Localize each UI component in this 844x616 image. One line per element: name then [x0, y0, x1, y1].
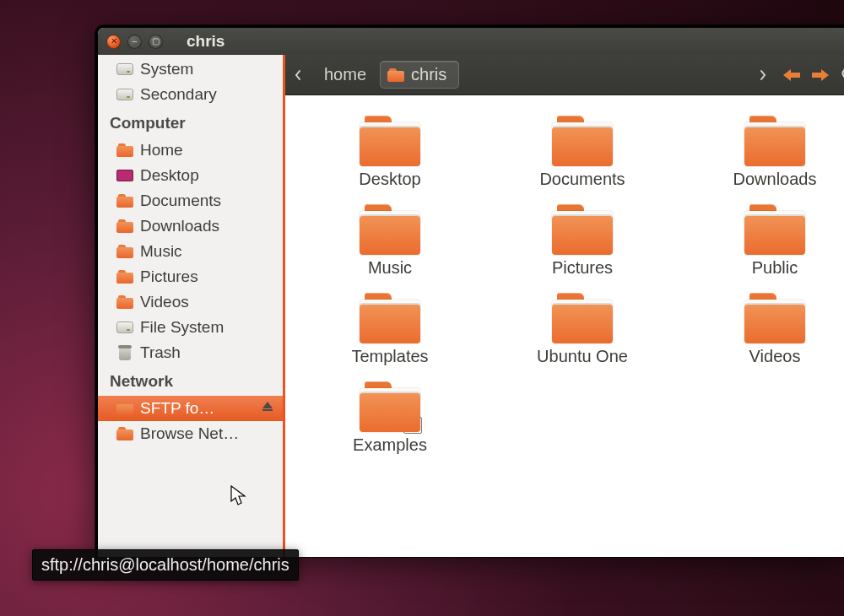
folder-item[interactable]: Videos	[699, 293, 844, 366]
tooltip-text: sftp://chris@localhost/home/chris	[41, 555, 289, 574]
folder-icon	[360, 116, 420, 166]
folder-item[interactable]: Music	[314, 204, 466, 278]
folder-icon	[744, 116, 805, 166]
sidebar-item-label: Home	[140, 141, 183, 159]
minimize-button[interactable]: –	[127, 35, 142, 49]
folder-icon	[744, 204, 805, 255]
breadcrumb-label: chris	[411, 65, 446, 84]
sidebar-item-trash[interactable]: Trash	[98, 340, 283, 365]
folder-icon	[116, 193, 133, 208]
sidebar-item-label: Pictures	[140, 267, 198, 286]
folder-item[interactable]: Documents	[506, 116, 658, 189]
breadcrumb-label: home	[324, 65, 366, 84]
folder-icon	[116, 269, 133, 284]
sidebar-item-music[interactable]: Music	[98, 239, 283, 264]
sidebar-item-filesystem[interactable]: File System	[98, 315, 283, 340]
drive-icon	[116, 87, 133, 102]
folder-label: Examples	[353, 435, 427, 455]
sidebar-item-label: Trash	[140, 343, 181, 362]
drive-icon	[116, 320, 133, 335]
file-grid[interactable]: Desktop Documents Downloads Music Pictur…	[285, 95, 844, 557]
remote-folder-icon	[116, 426, 133, 441]
folder-link-icon	[360, 381, 420, 432]
forward-button[interactable]	[808, 59, 833, 91]
toolbar: home chris S	[285, 55, 844, 95]
folder-icon	[360, 293, 420, 343]
breadcrumb-segment[interactable]: home	[314, 60, 376, 89]
folder-label: Videos	[749, 347, 801, 366]
sidebar-item-label: Browse Net…	[140, 424, 239, 443]
remote-folder-icon	[387, 68, 404, 83]
symlink-badge-icon	[403, 417, 422, 434]
close-button[interactable]: ✕	[106, 35, 121, 49]
file-manager-window: ✕ – ▢ chris System Secondary Computer Ho…	[95, 25, 844, 557]
titlebar: ✕ – ▢ chris	[98, 28, 844, 55]
sidebar-item-videos[interactable]: Videos	[98, 289, 283, 315]
folder-icon	[552, 204, 613, 255]
folder-item[interactable]: Templates	[314, 293, 466, 366]
drive-icon	[116, 62, 133, 77]
breadcrumb-segment-active[interactable]: chris	[380, 61, 459, 89]
folder-label: Public	[752, 258, 798, 278]
sidebar-item-label: Music	[140, 242, 182, 261]
folder-label: Downloads	[733, 170, 817, 189]
window-title: chris	[187, 32, 225, 51]
sidebar-item-label: System	[140, 60, 193, 78]
folder-icon	[360, 204, 420, 255]
folder-icon	[552, 116, 613, 166]
folder-icon	[116, 219, 133, 234]
sidebar-item-label: Documents	[140, 192, 221, 210]
sidebar-item-downloads[interactable]: Downloads	[98, 213, 283, 239]
home-folder-icon	[116, 143, 133, 158]
sidebar-item-label: Secondary	[140, 85, 217, 104]
folder-icon	[552, 293, 613, 343]
folder-item[interactable]: Ubuntu One	[506, 293, 658, 366]
sidebar: System Secondary Computer Home Desktop D…	[98, 55, 285, 557]
sidebar-item-browse-network[interactable]: Browse Net…	[98, 421, 283, 446]
tooltip: sftp://chris@localhost/home/chris	[32, 549, 299, 581]
sidebar-item-label: Desktop	[140, 166, 199, 185]
sidebar-item-documents[interactable]: Documents	[98, 188, 283, 213]
folder-item[interactable]: Downloads	[699, 116, 844, 189]
folder-item[interactable]: Desktop	[314, 116, 466, 189]
back-button[interactable]	[779, 59, 804, 91]
eject-icon[interactable]	[261, 399, 274, 418]
folder-label: Documents	[539, 170, 625, 189]
sidebar-item-label: File System	[140, 318, 224, 337]
folder-item[interactable]: Public	[699, 204, 844, 278]
sidebar-item-pictures[interactable]: Pictures	[98, 264, 283, 289]
folder-label: Templates	[351, 347, 428, 366]
sidebar-item-label: Downloads	[140, 217, 219, 235]
path-previous-button[interactable]	[285, 59, 311, 91]
folder-item-link[interactable]: Examples	[314, 381, 466, 455]
sidebar-item-label: SFTP fo…	[140, 399, 214, 418]
folder-label: Desktop	[359, 170, 420, 189]
sidebar-heading-network: Network	[98, 365, 283, 396]
sidebar-item-system[interactable]: System	[98, 57, 283, 82]
sidebar-item-sftp[interactable]: SFTP fo…	[98, 396, 283, 421]
folder-item[interactable]: Pictures	[506, 204, 658, 278]
folder-icon	[116, 294, 133, 310]
folder-label: Pictures	[552, 258, 613, 278]
desktop-icon	[116, 168, 133, 183]
folder-label: Ubuntu One	[537, 347, 628, 366]
search-button[interactable]	[836, 59, 844, 91]
folder-label: Music	[368, 258, 412, 278]
sidebar-item-label: Videos	[140, 293, 189, 311]
sidebar-item-home[interactable]: Home	[98, 138, 283, 163]
remote-folder-icon	[116, 401, 133, 416]
main-pane: home chris S	[285, 55, 844, 557]
folder-icon	[116, 244, 133, 259]
maximize-button[interactable]: ▢	[149, 35, 163, 49]
trash-icon	[116, 345, 133, 360]
sidebar-item-desktop[interactable]: Desktop	[98, 163, 283, 188]
sidebar-item-secondary[interactable]: Secondary	[98, 82, 283, 107]
sidebar-heading-computer: Computer	[98, 107, 283, 138]
path-next-button[interactable]	[750, 59, 776, 91]
folder-icon	[744, 293, 805, 343]
